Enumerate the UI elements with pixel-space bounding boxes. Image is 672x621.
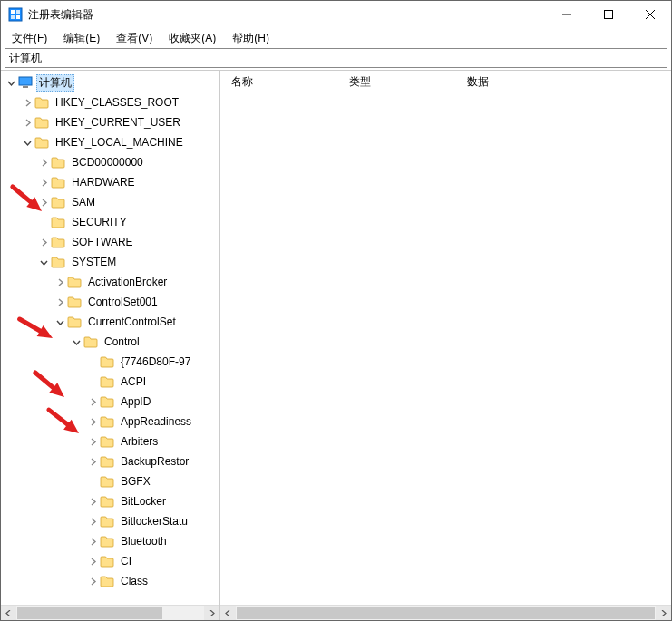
tree-node-label: HKEY_CURRENT_USER — [53, 115, 183, 130]
tree-node-label: Bluetooth — [118, 534, 170, 548]
tree-node[interactable]: Arbiters — [1, 432, 219, 451]
folder-icon — [51, 156, 65, 169]
folder-icon — [34, 96, 49, 109]
tree-node-label: BitlockerStatu — [118, 514, 190, 529]
tree-node[interactable]: BGFX — [1, 471, 219, 491]
maximize-button[interactable] — [588, 1, 629, 28]
tree-node[interactable]: 计算机 — [1, 73, 219, 92]
tree-node[interactable]: SYSTEM — [1, 252, 219, 272]
tree-node[interactable]: CI — [1, 551, 219, 571]
chevron-right-icon[interactable] — [86, 575, 99, 587]
chevron-right-icon[interactable] — [37, 236, 50, 248]
scroll-thumb[interactable] — [237, 607, 655, 619]
tree-node[interactable]: BackupRestor — [1, 451, 219, 471]
tree-node-label: BitLocker — [118, 494, 169, 509]
minimize-button[interactable] — [546, 1, 588, 28]
values-list[interactable] — [220, 92, 671, 605]
tree-node[interactable]: ActivationBroker — [1, 272, 219, 292]
tree-node-label: HKEY_CLASSES_ROOT — [53, 95, 181, 110]
folder-icon — [100, 475, 114, 488]
chevron-right-icon[interactable] — [86, 415, 99, 428]
tree-node-label: {7746D80F-97 — [118, 354, 193, 369]
menu-help[interactable]: 帮助(H) — [225, 29, 277, 48]
tree-node[interactable]: HKEY_LOCAL_MACHINE — [1, 132, 219, 152]
svg-rect-9 — [19, 77, 32, 85]
chevron-right-icon[interactable] — [86, 535, 99, 548]
chevron-right-icon[interactable] — [37, 196, 50, 209]
column-data[interactable]: 数据 — [456, 71, 671, 93]
tree-node[interactable]: Control — [1, 332, 219, 352]
folder-icon — [100, 415, 114, 428]
tree-pane: 计算机HKEY_CLASSES_ROOTHKEY_CURRENT_USERHKE… — [1, 71, 220, 620]
tree-node[interactable]: Class — [1, 571, 219, 591]
tree-node-label: CurrentControlSet — [85, 315, 179, 329]
tree-node[interactable]: SOFTWARE — [1, 232, 219, 252]
folder-icon — [51, 196, 65, 209]
tree-node[interactable]: BitlockerStatu — [1, 511, 219, 531]
menu-edit[interactable]: 编辑(E) — [56, 29, 107, 48]
chevron-right-icon[interactable] — [86, 515, 99, 528]
folder-icon — [67, 276, 82, 288]
app-icon — [8, 7, 23, 22]
tree-node[interactable]: SECURITY — [1, 212, 219, 232]
chevron-right-icon[interactable] — [86, 455, 99, 468]
chevron-down-icon[interactable] — [5, 76, 17, 89]
chevron-right-icon[interactable] — [21, 96, 34, 109]
tree-node[interactable]: BitLocker — [1, 491, 219, 511]
chevron-right-icon[interactable] — [37, 176, 50, 189]
tree-node[interactable]: CurrentControlSet — [1, 312, 219, 332]
tree-node[interactable]: HARDWARE — [1, 172, 219, 192]
tree-node-label: BGFX — [118, 474, 153, 489]
tree-node[interactable]: ACPI — [1, 372, 219, 392]
tree-node[interactable]: Bluetooth — [1, 531, 219, 551]
chevron-right-icon[interactable] — [86, 395, 99, 408]
chevron-right-icon[interactable] — [86, 495, 99, 508]
scroll-left-icon[interactable] — [1, 606, 16, 620]
menu-file[interactable]: 文件(F) — [5, 29, 54, 48]
tree-node[interactable]: HKEY_CURRENT_USER — [1, 112, 219, 132]
folder-icon — [51, 236, 65, 248]
tree-node-label: CI — [118, 554, 134, 568]
chevron-right-icon[interactable] — [54, 276, 66, 288]
values-hscrollbar[interactable] — [220, 605, 671, 620]
tree-node-label: ActivationBroker — [85, 275, 170, 289]
tree-node[interactable]: ControlSet001 — [1, 292, 219, 312]
chevron-right-icon[interactable] — [86, 555, 99, 568]
chevron-down-icon[interactable] — [70, 335, 83, 348]
menu-view[interactable]: 查看(V) — [109, 29, 160, 48]
values-pane: 名称 类型 数据 — [220, 71, 671, 620]
chevron-right-icon[interactable] — [54, 296, 66, 308]
scroll-left-icon[interactable] — [220, 606, 236, 620]
folder-icon — [100, 435, 114, 448]
chevron-down-icon[interactable] — [21, 136, 34, 149]
scroll-thumb[interactable] — [17, 607, 162, 619]
close-button[interactable] — [629, 1, 671, 28]
registry-tree[interactable]: 计算机HKEY_CLASSES_ROOTHKEY_CURRENT_USERHKE… — [1, 71, 219, 605]
svg-rect-2 — [16, 10, 20, 14]
tree-node-label: HKEY_LOCAL_MACHINE — [53, 135, 186, 150]
folder-icon — [34, 136, 49, 149]
chevron-right-icon[interactable] — [21, 116, 34, 129]
window-buttons — [546, 1, 671, 28]
tree-node-label: SECURITY — [69, 215, 130, 229]
chevron-down-icon[interactable] — [54, 315, 66, 328]
menu-favorites[interactable]: 收藏夹(A) — [161, 29, 223, 48]
chevron-right-icon[interactable] — [86, 435, 99, 448]
address-bar[interactable]: 计算机 — [5, 48, 667, 68]
tree-node-label: 计算机 — [36, 74, 74, 92]
address-bar-value: 计算机 — [9, 51, 42, 66]
column-name[interactable]: 名称 — [220, 71, 338, 93]
tree-node[interactable]: SAM — [1, 192, 219, 212]
tree-node[interactable]: AppReadiness — [1, 412, 219, 432]
tree-hscrollbar[interactable] — [1, 605, 219, 620]
chevron-down-icon[interactable] — [37, 256, 50, 268]
scroll-right-icon[interactable] — [204, 606, 219, 620]
tree-node[interactable]: AppID — [1, 392, 219, 412]
scroll-right-icon[interactable] — [656, 606, 671, 620]
column-type[interactable]: 类型 — [338, 71, 456, 93]
chevron-right-icon[interactable] — [37, 156, 50, 169]
tree-node[interactable]: {7746D80F-97 — [1, 352, 219, 372]
tree-node[interactable]: HKEY_CLASSES_ROOT — [1, 92, 219, 112]
body-split: 计算机HKEY_CLASSES_ROOTHKEY_CURRENT_USERHKE… — [1, 70, 671, 620]
tree-node[interactable]: BCD00000000 — [1, 152, 219, 172]
